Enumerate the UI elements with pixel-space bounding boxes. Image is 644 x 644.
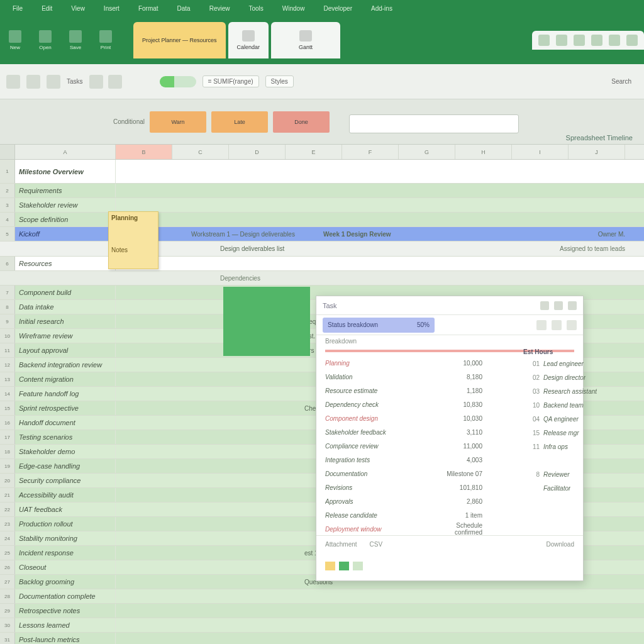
row-header[interactable]: 18 bbox=[0, 445, 15, 458]
tab-calendar[interactable]: Calendar bbox=[228, 22, 269, 58]
cell[interactable]: UAT feedback bbox=[15, 502, 116, 516]
comment-icon[interactable] bbox=[591, 35, 602, 46]
cell[interactable]: Initial research bbox=[15, 314, 116, 328]
cell[interactable]: Scope definition bbox=[15, 213, 116, 226]
row-header[interactable]: 27 bbox=[0, 575, 15, 589]
minimize-icon[interactable] bbox=[554, 301, 563, 310]
cell[interactable]: Sprint retrospective bbox=[15, 401, 116, 415]
popup-row[interactable]: Approvals2,860 bbox=[325, 494, 574, 508]
row-header[interactable]: 12 bbox=[0, 358, 15, 372]
share-icon[interactable] bbox=[538, 35, 550, 46]
search-input[interactable] bbox=[349, 114, 519, 133]
cell[interactable]: Edge-case handling bbox=[15, 459, 116, 473]
cut-icon[interactable] bbox=[26, 75, 40, 89]
style-done[interactable]: Done bbox=[273, 111, 330, 133]
row-header[interactable]: 25 bbox=[0, 546, 15, 560]
cell[interactable]: Layout approval bbox=[15, 343, 116, 357]
popup-foot-csv[interactable]: CSV bbox=[370, 541, 383, 548]
row-header[interactable]: 10 bbox=[0, 329, 15, 343]
popup-segment[interactable]: Status breakdown50% bbox=[323, 318, 435, 333]
cell[interactable]: Incident response bbox=[15, 546, 116, 560]
filter-icon[interactable] bbox=[552, 320, 562, 330]
qa-open[interactable]: Open bbox=[30, 30, 60, 50]
swatch[interactable] bbox=[353, 562, 363, 570]
col-I[interactable]: I bbox=[512, 145, 569, 159]
cell[interactable]: Backlog grooming bbox=[15, 575, 116, 589]
row-header[interactable]: 9 bbox=[0, 314, 15, 328]
cell[interactable]: Requirements bbox=[15, 184, 116, 197]
cell[interactable]: Backend integration review bbox=[15, 358, 116, 372]
cell[interactable]: Production rollout bbox=[15, 517, 116, 531]
select-all-corner[interactable] bbox=[0, 145, 15, 159]
cell[interactable]: Closeout bbox=[15, 560, 116, 574]
row-header[interactable]: 29 bbox=[0, 604, 15, 618]
popup-row[interactable]: Release candidate1 item bbox=[325, 508, 574, 522]
row-header[interactable]: 20 bbox=[0, 474, 15, 487]
cell[interactable]: Documentation complete bbox=[15, 589, 116, 603]
col-D[interactable]: D bbox=[229, 145, 286, 159]
row-header[interactable]: 1 bbox=[0, 160, 15, 183]
menu-window[interactable]: Window bbox=[282, 5, 305, 12]
cell[interactable]: Content migration bbox=[15, 372, 116, 386]
menu-dev[interactable]: Developer bbox=[323, 5, 352, 12]
row-header[interactable]: 21 bbox=[0, 488, 15, 502]
row-header[interactable]: 13 bbox=[0, 372, 15, 386]
formula-chip[interactable]: = SUMIF(range) bbox=[203, 75, 259, 87]
toggle-autocalc[interactable] bbox=[160, 76, 196, 87]
style-warn[interactable]: Warn bbox=[150, 111, 206, 133]
row-header[interactable]: 22 bbox=[0, 502, 15, 516]
row-header[interactable]: 16 bbox=[0, 416, 15, 430]
menu-tools[interactable]: Tools bbox=[248, 5, 263, 12]
row-header[interactable]: 19 bbox=[0, 459, 15, 473]
cell[interactable]: Feature handoff log bbox=[15, 387, 116, 401]
col-C[interactable]: C bbox=[172, 145, 229, 159]
row-header[interactable]: 7 bbox=[0, 286, 15, 299]
cell[interactable]: Security compliance bbox=[15, 474, 116, 487]
row-header[interactable]: 15 bbox=[0, 401, 15, 415]
settings-icon[interactable] bbox=[609, 35, 620, 46]
row-header[interactable]: 23 bbox=[0, 517, 15, 531]
row-header[interactable]: 11 bbox=[0, 343, 15, 357]
col-H[interactable]: H bbox=[455, 145, 512, 159]
sync-icon[interactable] bbox=[556, 35, 567, 46]
cell[interactable]: Retrospective notes bbox=[15, 604, 116, 618]
cell[interactable]: Stakeholder demo bbox=[15, 445, 116, 458]
col-B[interactable]: B bbox=[116, 145, 172, 159]
menu-review[interactable]: Review bbox=[209, 5, 230, 12]
row-header[interactable]: 2 bbox=[0, 184, 15, 197]
menu-addins[interactable]: Add-ins bbox=[371, 5, 392, 12]
qa-save[interactable]: Save bbox=[60, 30, 91, 50]
sticky-note[interactable]: Planning Notes bbox=[108, 211, 158, 269]
col-F[interactable]: F bbox=[342, 145, 399, 159]
close-icon[interactable] bbox=[568, 301, 577, 310]
history-icon[interactable] bbox=[574, 35, 585, 46]
menu-edit[interactable]: Edit bbox=[42, 5, 52, 12]
worksheet[interactable]: 1 Milestone Overview 2Requirements 3Stak… bbox=[0, 160, 644, 644]
paste-icon[interactable] bbox=[6, 75, 20, 89]
row-header[interactable]: 26 bbox=[0, 560, 15, 574]
row-header[interactable]: 8 bbox=[0, 300, 15, 314]
cell[interactable]: Post-launch metrics bbox=[15, 633, 116, 644]
col-A[interactable]: A bbox=[15, 145, 116, 159]
more-icon[interactable] bbox=[567, 320, 577, 330]
row-header[interactable]: 31 bbox=[0, 633, 15, 644]
popup-row[interactable]: Deployment windowSchedule confirmed bbox=[325, 522, 574, 536]
col-J[interactable]: J bbox=[569, 145, 625, 159]
row-header[interactable]: 4 bbox=[0, 213, 15, 226]
cell[interactable]: Stakeholder review bbox=[15, 198, 116, 212]
cell[interactable]: Resources bbox=[15, 257, 116, 270]
tab-gantt[interactable]: Gantt bbox=[271, 22, 340, 58]
qa-print[interactable]: Print bbox=[91, 30, 121, 50]
row-header[interactable]: 6 bbox=[0, 257, 15, 270]
row-header[interactable]: 14 bbox=[0, 387, 15, 401]
cell[interactable]: Lessons learned bbox=[15, 618, 116, 632]
copy-icon[interactable] bbox=[47, 75, 60, 89]
row-header[interactable]: 17 bbox=[0, 430, 15, 444]
cell[interactable]: Accessibility audit bbox=[15, 488, 116, 502]
menu-file[interactable]: File bbox=[13, 5, 23, 12]
row-header[interactable]: 28 bbox=[0, 589, 15, 603]
cell[interactable]: Kickoff bbox=[15, 227, 116, 241]
menu-data[interactable]: Data bbox=[177, 5, 191, 12]
sort-icon[interactable] bbox=[536, 320, 547, 330]
tab-project[interactable]: Project Planner — Resources bbox=[133, 22, 226, 58]
